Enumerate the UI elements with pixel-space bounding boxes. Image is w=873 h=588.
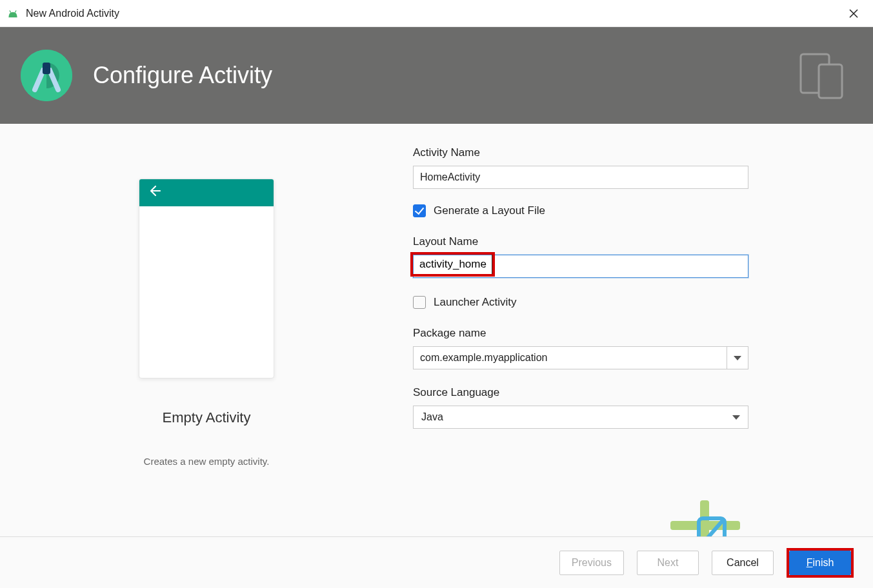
source-language-select[interactable]: Java [413,406,748,429]
activity-name-input[interactable] [413,166,748,189]
activity-preview [139,179,274,378]
package-name-label: Package name [413,327,834,340]
back-arrow-icon [148,183,164,202]
svg-rect-6 [819,64,842,98]
android-studio-icon [21,50,72,101]
wizard-footer: Previous Next Cancel Finish [0,536,873,588]
wizard-content: Empty Activity Creates a new empty activ… [0,124,873,536]
previous-button[interactable]: Previous [559,551,624,575]
source-language-label: Source Language [413,386,834,399]
source-language-value: Java [421,411,443,423]
chevron-down-icon [732,415,740,420]
preview-title: Empty Activity [163,409,251,426]
launcher-activity-label: Launcher Activity [434,296,517,309]
form-pane: Activity Name Generate a Layout File Lay… [413,146,873,536]
next-button[interactable]: Next [637,551,699,575]
svg-point-4 [45,64,48,68]
finish-button[interactable]: Finish [789,551,851,575]
finish-highlight: Finish [787,548,854,578]
chevron-down-icon [734,356,741,360]
preview-appbar [139,179,274,206]
preview-description: Creates a new empty activity. [144,456,270,467]
layout-name-label: Layout Name [413,235,834,248]
window-title: New Android Activity [26,8,119,19]
titlebar: New Android Activity [0,0,873,27]
svg-line-1 [15,10,16,12]
page-title: Configure Activity [93,62,272,89]
generate-layout-label: Generate a Layout File [434,204,545,217]
svg-line-0 [10,10,11,12]
close-button[interactable] [841,3,867,24]
package-name-dropdown-button[interactable] [727,346,748,369]
launcher-activity-checkbox[interactable] [413,296,426,309]
preview-pane: Empty Activity Creates a new empty activ… [0,146,413,536]
generate-layout-checkbox[interactable] [413,204,426,217]
devices-icon [797,52,847,104]
cancel-button[interactable]: Cancel [712,551,774,575]
activity-name-label: Activity Name [413,146,834,159]
package-name-input[interactable] [413,346,727,369]
wizard-header: Configure Activity [0,27,873,124]
android-logo-icon [6,10,19,19]
layout-name-value: activity_home [413,255,492,274]
layout-name-highlight: activity_home [410,252,495,277]
